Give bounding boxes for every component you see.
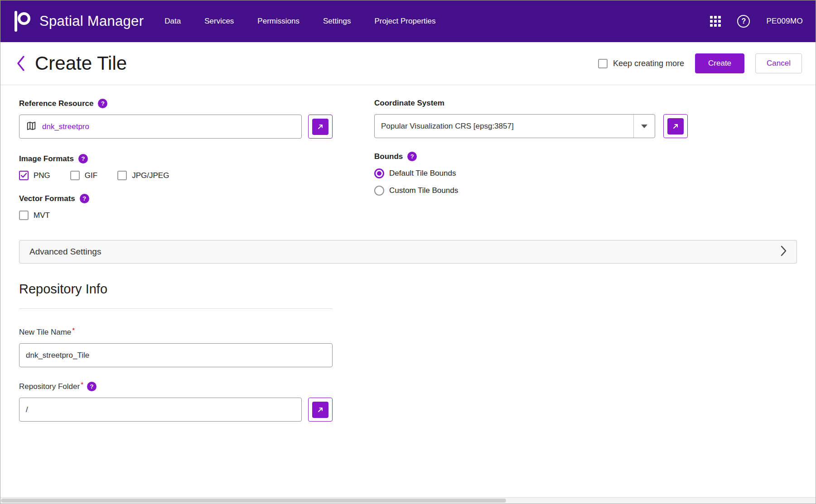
- chevron-right-icon: [781, 245, 787, 258]
- page-title: Create Tile: [35, 53, 127, 74]
- checkbox-box: [598, 59, 608, 68]
- checkbox-box: [117, 171, 127, 180]
- help-icon[interactable]: ?: [737, 15, 750, 28]
- keep-creating-checkbox[interactable]: Keep creating more: [598, 59, 684, 68]
- topbar-right: ? PE009MO: [710, 15, 803, 28]
- right-column: Coordinate System Popular Visualization …: [374, 99, 797, 196]
- image-formats-label: Image Formats: [19, 154, 74, 163]
- keep-creating-label: Keep creating more: [613, 59, 684, 68]
- nav-item-data[interactable]: Data: [164, 17, 181, 26]
- nav-item-permissions[interactable]: Permissions: [257, 17, 299, 26]
- required-marker: *: [72, 326, 75, 334]
- repository-folder-label-row: Repository Folder* ?: [19, 382, 797, 391]
- external-link-icon: [667, 118, 684, 134]
- coordinate-system-browse-button[interactable]: [663, 114, 688, 138]
- primary-nav: Data Services Permissions Settings Proje…: [164, 17, 435, 26]
- radio-circle: [374, 186, 384, 196]
- reference-resource-label: Reference Resource: [19, 99, 93, 108]
- repository-folder-input[interactable]: [19, 398, 302, 422]
- nav-item-settings[interactable]: Settings: [323, 17, 351, 26]
- nav-item-services[interactable]: Services: [204, 17, 234, 26]
- checkbox-png[interactable]: PNG: [19, 171, 50, 180]
- apps-grid-icon[interactable]: [710, 16, 721, 27]
- app-window: Spatial Manager Data Services Permission…: [0, 0, 816, 504]
- top-navigation-bar: Spatial Manager Data Services Permission…: [0, 0, 816, 42]
- reference-resource-link[interactable]: dnk_streetpro: [42, 122, 89, 131]
- checkbox-label: MVT: [34, 211, 50, 220]
- external-link-icon: [312, 402, 328, 418]
- coordinate-system-label-row: Coordinate System: [374, 99, 797, 108]
- bounds-label-row: Bounds ?: [374, 152, 797, 161]
- repository-folder-label: Repository Folder*: [19, 382, 83, 391]
- repository-folder-browse-button[interactable]: [308, 398, 333, 422]
- vector-formats-help-icon[interactable]: ?: [80, 194, 89, 203]
- section-divider: [19, 308, 333, 309]
- advanced-settings-toggle[interactable]: Advanced Settings: [19, 240, 797, 264]
- coordinate-system-row: Popular Visualization CRS [epsg:3857]: [374, 114, 797, 138]
- external-link-icon: [312, 119, 328, 135]
- image-formats-options: PNG GIF JPG/JPEG: [19, 171, 333, 180]
- checkbox-box: [19, 211, 29, 220]
- scrollbar-thumb[interactable]: [1, 499, 506, 503]
- checkbox-mvt[interactable]: MVT: [19, 211, 50, 220]
- reference-resource-label-row: Reference Resource ?: [19, 99, 333, 108]
- user-label[interactable]: PE009MO: [766, 17, 803, 26]
- dropdown-caret-zone[interactable]: [633, 115, 655, 138]
- coordinate-system-label: Coordinate System: [374, 99, 444, 108]
- reference-resource-browse-button[interactable]: [308, 115, 333, 139]
- create-tile-form: Reference Resource ? dnk_streetpro: [0, 85, 816, 422]
- vector-formats-label-row: Vector Formats ?: [19, 194, 333, 203]
- reference-resource-row: dnk_streetpro: [19, 115, 333, 139]
- map-icon: [26, 121, 37, 133]
- repository-folder-row: [19, 398, 333, 422]
- radio-label: Custom Tile Bounds: [389, 186, 458, 195]
- chevron-down-icon: [641, 125, 647, 128]
- nav-item-project-properties[interactable]: Project Properties: [374, 17, 435, 26]
- checkbox-gif[interactable]: GIF: [70, 171, 97, 180]
- checkbox-box: [19, 171, 29, 180]
- image-formats-help-icon[interactable]: ?: [78, 154, 88, 163]
- required-marker: *: [81, 380, 83, 388]
- create-button[interactable]: Create: [695, 53, 744, 73]
- bounds-options: Default Tile Bounds Custom Tile Bounds: [374, 168, 797, 196]
- bounds-label: Bounds: [374, 152, 403, 161]
- back-chevron-icon[interactable]: [16, 55, 26, 72]
- radio-custom-tile-bounds[interactable]: Custom Tile Bounds: [374, 186, 797, 196]
- repository-folder-help-icon[interactable]: ?: [87, 382, 97, 391]
- horizontal-scrollbar[interactable]: [0, 497, 816, 504]
- repository-info-title: Repository Info: [19, 282, 797, 297]
- brand-logo-icon: [13, 10, 31, 32]
- page-header: Create Tile Keep creating more Create Ca…: [0, 42, 816, 85]
- vector-formats-label: Vector Formats: [19, 194, 75, 203]
- checkbox-label: JPG/JPEG: [132, 171, 169, 180]
- new-tile-name-label-row: New Tile Name*: [19, 328, 797, 337]
- new-tile-name-input[interactable]: [19, 343, 333, 367]
- image-formats-label-row: Image Formats ?: [19, 154, 333, 163]
- cancel-button[interactable]: Cancel: [755, 53, 802, 73]
- checkbox-box: [70, 171, 80, 180]
- advanced-settings-label: Advanced Settings: [29, 247, 101, 257]
- radio-dot: [377, 171, 381, 176]
- header-actions: Keep creating more Create Cancel: [598, 53, 802, 73]
- brand: Spatial Manager: [13, 10, 144, 32]
- checkbox-jpg-jpeg[interactable]: JPG/JPEG: [117, 171, 169, 180]
- checkbox-label: PNG: [34, 171, 50, 180]
- reference-resource-help-icon[interactable]: ?: [98, 99, 107, 108]
- radio-label: Default Tile Bounds: [389, 169, 456, 178]
- bounds-help-icon[interactable]: ?: [407, 152, 417, 161]
- radio-default-tile-bounds[interactable]: Default Tile Bounds: [374, 168, 797, 178]
- new-tile-name-label: New Tile Name*: [19, 328, 75, 337]
- checkbox-label: GIF: [85, 171, 97, 180]
- radio-circle: [374, 168, 384, 178]
- vector-formats-options: MVT: [19, 211, 333, 220]
- coordinate-system-value: Popular Visualization CRS [epsg:3857]: [375, 122, 633, 131]
- app-title: Spatial Manager: [39, 13, 144, 29]
- left-column: Reference Resource ? dnk_streetpro: [19, 99, 333, 220]
- coordinate-system-select[interactable]: Popular Visualization CRS [epsg:3857]: [374, 114, 655, 138]
- reference-resource-field[interactable]: dnk_streetpro: [19, 115, 302, 139]
